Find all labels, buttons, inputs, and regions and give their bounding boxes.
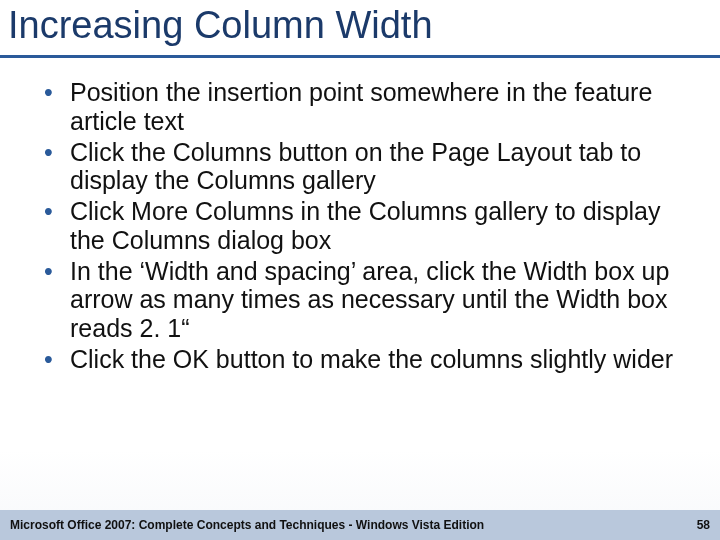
footer-source-text: Microsoft Office 2007: Complete Concepts… [10, 518, 484, 532]
slide-title: Increasing Column Width [0, 0, 720, 55]
list-item: Click the OK button to make the columns … [64, 345, 684, 374]
footer-page-number: 58 [697, 518, 710, 532]
slide-body: Position the insertion point somewhere i… [0, 70, 720, 374]
list-item: Click More Columns in the Columns galler… [64, 197, 684, 255]
list-item: Click the Columns button on the Page Lay… [64, 138, 684, 196]
slide-footer: Microsoft Office 2007: Complete Concepts… [0, 510, 720, 540]
list-item: Position the insertion point somewhere i… [64, 78, 684, 136]
background-gradient [0, 450, 720, 510]
list-item: In the ‘Width and spacing’ area, click t… [64, 257, 684, 343]
slide: Increasing Column Width Position the ins… [0, 0, 720, 540]
title-underline [0, 55, 720, 58]
bullet-list: Position the insertion point somewhere i… [36, 78, 684, 374]
